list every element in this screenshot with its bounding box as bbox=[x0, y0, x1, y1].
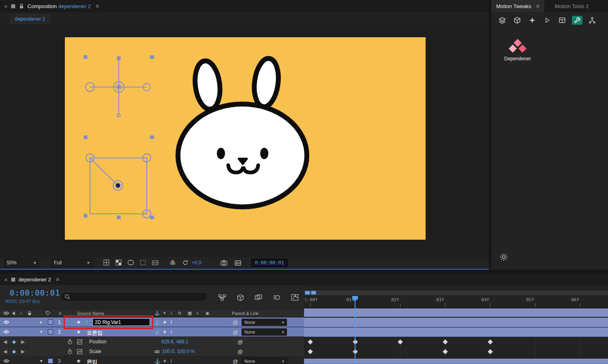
layer-row-3[interactable]: ▾ 3 ★ 왼입 ⚓ ☀ / @ None ▾ bbox=[0, 356, 304, 364]
rig-network-tool-icon[interactable] bbox=[587, 16, 597, 25]
search-box[interactable] bbox=[60, 292, 208, 302]
keyframe-diamond[interactable] bbox=[443, 349, 448, 354]
close-icon[interactable]: × bbox=[4, 277, 8, 283]
stopwatch-icon[interactable] bbox=[67, 349, 73, 354]
quality-icon[interactable]: / bbox=[171, 319, 172, 325]
scale-keyframe-track[interactable] bbox=[304, 347, 608, 357]
index-column-label[interactable]: # bbox=[59, 311, 61, 316]
preview-timecode[interactable]: 0:00:00:01 bbox=[251, 259, 288, 267]
layer-row-1[interactable]: ▸ 1 ★ # 2D Rig Var1 ⚓ ☀ / @ None ▾ bbox=[0, 317, 304, 327]
audio-column-icon[interactable] bbox=[12, 311, 17, 316]
label-color-swatch[interactable] bbox=[48, 319, 53, 325]
frame-blend-icon[interactable] bbox=[255, 294, 262, 301]
dependener-tool[interactable]: Dependener bbox=[499, 39, 537, 62]
work-area-strip[interactable] bbox=[304, 290, 608, 295]
parent-dropdown[interactable]: None ▾ bbox=[242, 328, 287, 336]
layer-1-duration-bar[interactable] bbox=[304, 318, 608, 327]
label-color-swatch[interactable] bbox=[48, 329, 53, 334]
layer-2-duration-bar[interactable] bbox=[304, 328, 608, 337]
pixel-aspect-correction-icon[interactable] bbox=[152, 260, 159, 266]
timeline-tab-label[interactable]: dependener 2 bbox=[19, 277, 51, 283]
prev-keyframe-icon[interactable]: ◀ bbox=[3, 349, 7, 354]
ruler-labels[interactable]: ):00f01f02f03f04f05f06f bbox=[304, 297, 608, 303]
keyframe-diamond[interactable] bbox=[308, 349, 313, 354]
wrench-tool-icon[interactable] bbox=[572, 16, 582, 25]
pick-whip-icon[interactable]: @ bbox=[233, 329, 238, 335]
snapshot-camera-icon[interactable] bbox=[220, 259, 228, 266]
eye-icon[interactable] bbox=[3, 330, 9, 334]
timeline-track-area[interactable]: ):00f01f02f03f04f05f06f bbox=[304, 285, 608, 364]
keyframe-diamond[interactable] bbox=[308, 339, 313, 345]
video-column-icon[interactable] bbox=[3, 311, 9, 315]
parent-dropdown[interactable]: None ▾ bbox=[242, 319, 287, 326]
draft-3d-icon[interactable] bbox=[237, 294, 244, 301]
region-of-interest-icon[interactable] bbox=[139, 259, 146, 266]
av-anchor-icon[interactable]: ⚓ bbox=[154, 329, 161, 335]
channel-color-wheel-icon[interactable] bbox=[169, 260, 176, 266]
layer-name[interactable]: 오른입 bbox=[87, 329, 103, 336]
layer-name[interactable]: 왼입 bbox=[87, 358, 97, 364]
position-keyframe-track[interactable] bbox=[304, 337, 608, 347]
keyframe-diamond[interactable] bbox=[398, 339, 403, 345]
comp-duration-bar[interactable] bbox=[304, 309, 608, 317]
motion-blur-icon[interactable] bbox=[273, 294, 280, 301]
magnification-dropdown[interactable]: 50% ▾ bbox=[4, 258, 39, 267]
pick-whip-icon[interactable]: @ bbox=[233, 319, 238, 326]
mask-visibility-icon[interactable] bbox=[127, 259, 134, 266]
next-keyframe-icon[interactable]: ▶ bbox=[21, 349, 25, 354]
keyframe-toggle-icon[interactable]: ◆ bbox=[12, 349, 16, 354]
property-value[interactable]: 629.6, 466.1 bbox=[161, 339, 188, 345]
pick-whip-icon[interactable]: @ bbox=[238, 349, 243, 355]
layer-3-duration-bar[interactable] bbox=[304, 359, 608, 364]
expand-chevron-icon[interactable]: ▸ bbox=[40, 319, 43, 325]
sparkle-tool-icon[interactable] bbox=[527, 16, 537, 25]
resolution-dropdown[interactable]: Full ▾ bbox=[51, 258, 92, 267]
keyframe-diamond[interactable] bbox=[488, 339, 493, 345]
prev-keyframe-icon[interactable]: ◀ bbox=[3, 339, 7, 345]
ruler-ticks[interactable] bbox=[304, 303, 608, 307]
graph-editor-icon[interactable] bbox=[291, 294, 299, 301]
playhead[interactable] bbox=[352, 296, 358, 364]
property-row-position[interactable]: ◀ ◆ ▶ Position 629.6, 466.1 @ bbox=[0, 337, 304, 347]
transparency-grid-icon[interactable] bbox=[115, 259, 122, 266]
exposure-value[interactable]: +0.0 bbox=[192, 260, 201, 266]
cube-tool-icon[interactable] bbox=[512, 16, 522, 25]
lock-column-icon[interactable] bbox=[27, 311, 32, 316]
keyframe-diamond[interactable] bbox=[443, 339, 448, 345]
grid-guides-icon[interactable] bbox=[103, 259, 110, 266]
expand-chevron-icon[interactable]: ▾ bbox=[40, 329, 43, 334]
reset-exposure-icon[interactable] bbox=[182, 260, 188, 266]
panel-menu-icon[interactable]: ≡ bbox=[96, 3, 99, 9]
panel-menu-icon[interactable]: ≡ bbox=[56, 276, 59, 283]
property-row-scale[interactable]: ◀ ◆ ▶ Scale 100.0, 100.0 % @ bbox=[0, 347, 304, 356]
constrain-proportions-link-icon[interactable] bbox=[154, 350, 160, 353]
eye-icon[interactable] bbox=[3, 359, 9, 363]
label-column-icon[interactable] bbox=[45, 311, 51, 316]
stopwatch-icon[interactable] bbox=[67, 339, 73, 345]
composition-canvas[interactable] bbox=[65, 37, 426, 240]
keyframe-diamond[interactable] bbox=[488, 349, 493, 354]
current-timecode[interactable]: 0:00:00:01 bbox=[10, 288, 60, 297]
panel-grid-tool-icon[interactable] bbox=[557, 16, 567, 25]
quality-icon[interactable]: / bbox=[171, 329, 172, 335]
label-color-swatch[interactable] bbox=[48, 358, 53, 364]
panel-menu-icon[interactable]: ≡ bbox=[536, 3, 539, 9]
keyframe-toggle-icon[interactable]: ◆ bbox=[12, 339, 16, 345]
tab-motion-tools-2[interactable]: Motion Tools 2 bbox=[548, 3, 589, 9]
layer-name-edit-field[interactable]: 2D Rig Var1 bbox=[92, 318, 150, 326]
pick-whip-icon[interactable]: @ bbox=[238, 339, 243, 345]
source-name-column-label[interactable]: Source Name bbox=[77, 311, 104, 316]
play-tool-icon[interactable] bbox=[542, 16, 552, 25]
effects-icon[interactable]: ☀ bbox=[163, 319, 167, 325]
expand-chevron-icon[interactable]: ▾ bbox=[40, 358, 43, 364]
layers-tool-icon[interactable] bbox=[497, 16, 507, 25]
work-area-end-handle[interactable] bbox=[311, 291, 316, 295]
layer-row-2[interactable]: ▾ 2 ★ 오른입 ⚓ ☀ / @ None ▾ bbox=[0, 327, 304, 337]
gear-icon[interactable] bbox=[499, 253, 508, 262]
composition-viewport[interactable] bbox=[0, 26, 489, 256]
search-input[interactable] bbox=[73, 294, 194, 300]
viewer-tab[interactable]: dependener 2 bbox=[11, 15, 49, 23]
composition-tab-title[interactable]: Composition dependener 2 bbox=[28, 3, 91, 9]
tab-motion-tweaks[interactable]: Motion Tweaks ≡ bbox=[491, 0, 544, 12]
graph-icon[interactable] bbox=[77, 349, 82, 354]
